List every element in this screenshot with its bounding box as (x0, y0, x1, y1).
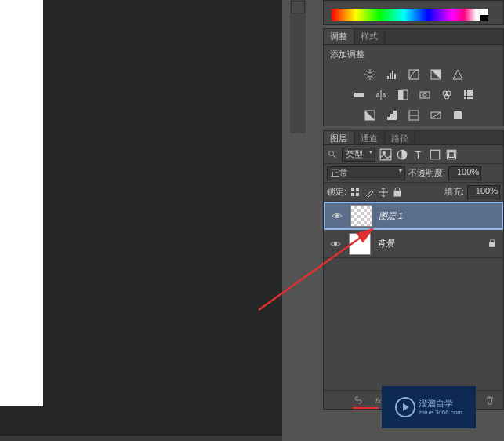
tab-adjust[interactable]: 调整 (324, 29, 354, 44)
svg-rect-10 (390, 73, 391, 79)
filter-type-select[interactable]: 类型 (342, 148, 375, 162)
color-lookup-icon[interactable] (462, 88, 476, 102)
fill-label: 填充: (444, 186, 464, 198)
svg-line-43 (333, 155, 335, 157)
filter-text-icon[interactable]: T (412, 148, 425, 161)
brightness-icon[interactable] (363, 67, 377, 82)
svg-point-59 (334, 242, 337, 246)
layer-thumbnail[interactable] (350, 205, 372, 227)
lock-position-icon[interactable] (378, 187, 389, 198)
svg-point-45 (383, 151, 385, 154)
exposure-icon[interactable] (429, 67, 443, 82)
filter-pixel-icon[interactable] (379, 148, 392, 161)
lock-transparency-icon[interactable] (350, 187, 361, 198)
selective-color-icon[interactable] (451, 108, 465, 122)
adjustments-tab-bar: 调整 样式 (324, 29, 503, 45)
visibility-icon[interactable] (324, 239, 347, 250)
posterize-icon[interactable] (385, 108, 399, 122)
link-icon[interactable] (353, 395, 364, 406)
balance-icon[interactable] (374, 88, 388, 102)
visibility-icon[interactable] (325, 210, 349, 221)
filter-adjust-icon[interactable] (396, 148, 408, 161)
black-swatch[interactable] (480, 15, 488, 21)
svg-rect-27 (464, 93, 466, 96)
svg-rect-29 (470, 93, 473, 96)
color-panel (323, 0, 504, 25)
channel-mixer-icon[interactable] (440, 88, 454, 102)
threshold-icon[interactable] (407, 108, 421, 122)
levels-icon[interactable] (385, 67, 399, 82)
panel-stack: 调整 样式 添加调整 图层 通道 (323, 0, 504, 441)
svg-rect-13 (409, 70, 419, 79)
fill-input[interactable]: 100% (467, 185, 500, 199)
svg-rect-15 (354, 93, 364, 97)
filter-smart-icon[interactable] (445, 148, 458, 161)
rail-toggle[interactable] (291, 1, 305, 13)
layer-thumbnail[interactable] (349, 233, 371, 255)
adjust-icons-row2 (324, 85, 503, 105)
delete-icon[interactable] (484, 395, 495, 406)
svg-rect-9 (387, 76, 389, 79)
curves-icon[interactable] (407, 67, 421, 82)
svg-line-7 (366, 78, 368, 79)
watermark-subtitle: zixue.3d66.com (419, 409, 462, 417)
play-icon (395, 397, 415, 417)
svg-text:T: T (415, 149, 421, 160)
photo-filter-icon[interactable] (418, 88, 432, 102)
svg-rect-48 (430, 150, 439, 159)
svg-rect-30 (464, 97, 466, 99)
invert-icon[interactable] (363, 108, 377, 122)
lock-pixels-icon[interactable] (364, 187, 375, 198)
white-swatch[interactable] (480, 9, 488, 15)
svg-point-58 (335, 214, 339, 217)
color-spectrum[interactable] (332, 9, 488, 21)
svg-rect-12 (394, 74, 396, 79)
adjust-icons-row1 (324, 64, 503, 85)
svg-line-5 (366, 71, 368, 72)
tab-layers[interactable]: 图层 (324, 131, 354, 144)
layers-tab-bar: 图层 通道 路径 (324, 131, 503, 145)
layer-name[interactable]: 背景 (377, 238, 394, 250)
svg-rect-35 (390, 114, 393, 120)
svg-rect-51 (351, 188, 354, 191)
lock-icon (488, 237, 497, 251)
status-bar (0, 435, 282, 441)
svg-point-42 (329, 151, 334, 155)
document-canvas[interactable] (0, 0, 43, 406)
svg-rect-19 (420, 92, 430, 98)
svg-text:fx: fx (375, 397, 382, 405)
svg-line-6 (372, 78, 374, 79)
layers-list: 图层 1 背景 (324, 202, 503, 390)
svg-rect-36 (393, 111, 397, 120)
svg-line-40 (431, 112, 441, 118)
lock-all-icon[interactable] (392, 187, 403, 198)
svg-rect-26 (470, 90, 473, 93)
svg-point-20 (423, 93, 426, 97)
filter-shape-icon[interactable] (429, 148, 441, 161)
hue-icon[interactable] (352, 88, 366, 102)
layer-name[interactable]: 图层 1 (379, 210, 403, 222)
blend-mode-row: 正常 不透明度: 100% (324, 164, 503, 183)
watermark-title: 溜溜自学 (419, 399, 462, 409)
svg-rect-50 (449, 151, 455, 157)
opacity-label: 不透明度: (408, 167, 445, 179)
svg-rect-53 (351, 193, 354, 196)
svg-rect-44 (380, 149, 391, 160)
svg-rect-32 (470, 97, 473, 99)
bw-icon[interactable] (396, 88, 410, 102)
svg-rect-18 (403, 90, 408, 100)
search-icon (327, 149, 338, 160)
gradient-map-icon[interactable] (429, 108, 443, 122)
layer-row[interactable]: 背景 (324, 230, 503, 258)
vibrance-icon[interactable] (451, 67, 465, 82)
layer-row[interactable]: 图层 1 (324, 202, 503, 230)
tab-channels[interactable]: 通道 (354, 131, 385, 144)
svg-point-0 (368, 72, 372, 77)
opacity-input[interactable]: 100% (448, 166, 481, 180)
tab-style[interactable]: 样式 (354, 29, 385, 44)
layer-filter-row: 类型 T (324, 145, 503, 164)
tab-paths[interactable]: 路径 (385, 131, 415, 144)
add-adjustment-label: 添加调整 (324, 45, 503, 64)
blend-mode-select[interactable]: 正常 (327, 166, 405, 180)
svg-rect-28 (467, 93, 470, 96)
